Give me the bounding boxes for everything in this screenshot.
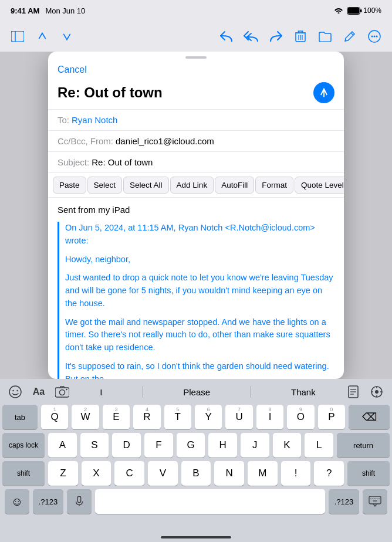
key-u[interactable]: 7U [225,405,252,429]
keyboard-aa-button[interactable]: Aa [29,382,48,401]
key-r[interactable]: 4R [133,405,160,429]
return-key[interactable]: return [337,433,390,458]
home-indicator [161,536,231,538]
tab-key[interactable]: tab [2,405,38,429]
key-z[interactable]: Z [48,461,78,486]
autocomplete-bar: I Please Thank [76,385,339,399]
keyboard-row-1: tab 1Q 2W 3E 4R 5T 6Y 7U 8I 9O 0P ⌫ [2,405,390,429]
key-o[interactable]: 9O [287,405,314,429]
key-v[interactable]: V [148,461,178,486]
next-message-button[interactable] [58,27,76,46]
caps-lock-key[interactable]: caps lock [2,433,45,458]
format-toolbar: Paste Select Select All Add Link AutoFil… [48,173,344,198]
key-c[interactable]: C [114,461,144,486]
microphone-button[interactable] [67,489,92,514]
compose-button[interactable] [340,27,359,46]
key-h[interactable]: H [208,433,237,458]
more-button[interactable] [365,27,384,46]
subject-label: Subject: [58,157,89,167]
key-a[interactable]: A [48,433,77,458]
autocomplete-please[interactable]: Please [176,385,217,399]
quoted-paragraph-1: Howdy, neighbor, [65,253,334,266]
quoted-paragraph-2: Just wanted to drop a quick note to let … [65,272,334,310]
space-key[interactable] [95,489,325,514]
key-b[interactable]: B [181,461,211,486]
subject-value: Re: Out of town [92,157,153,167]
delete-key[interactable]: ⌫ [349,405,390,429]
keyboard-keys: tab 1Q 2W 3E 4R 5T 6Y 7U 8I 9O 0P ⌫ caps… [0,405,392,514]
status-time: 9:41 AM [11,6,39,15]
hide-keyboard-button[interactable] [363,489,387,514]
key-t[interactable]: 5T [164,405,191,429]
shift-right-key[interactable]: shift [347,461,390,486]
key-y[interactable]: 6Y [195,405,222,429]
key-j[interactable]: J [241,433,269,458]
key-e[interactable]: 3E [103,405,130,429]
keyboard-settings-icon[interactable] [367,382,386,401]
to-field[interactable]: To: Ryan Notch [48,110,344,131]
numpad-right-button[interactable]: .?123 [329,489,359,514]
status-bar: 9:41 AM Mon Jun 10 100% [0,0,392,21]
select-button[interactable]: Select [87,177,123,194]
keyboard-row-3: shift Z X C V B N M ! ? shift [2,461,390,486]
key-i[interactable]: 8I [256,405,283,429]
svg-point-19 [9,386,21,398]
svg-point-15 [371,36,373,38]
cc-value: daniel_rico1@icloud.com [116,136,214,146]
reply-button[interactable] [217,27,236,46]
cc-label: Cc/Bcc, From: [58,136,113,146]
send-button[interactable] [313,82,334,103]
keyboard-camera-button[interactable] [53,382,72,401]
compose-body[interactable]: Sent from my iPad On Jun 5, 2024, at 11:… [48,198,344,379]
paste-button[interactable]: Paste [53,177,86,194]
keyboard-row-4: ☺ .?123 .?123 [2,489,390,514]
key-x[interactable]: X [82,461,111,486]
svg-point-24 [66,389,67,390]
autocomplete-i[interactable]: I [93,385,109,399]
add-link-button[interactable]: Add Link [170,177,214,194]
cc-field[interactable]: Cc/Bcc, From: daniel_rico1@icloud.com [48,131,344,152]
autocomplete-thank[interactable]: Thank [284,385,323,399]
key-k[interactable]: K [273,433,302,458]
key-m[interactable]: M [248,461,278,486]
key-s[interactable]: S [80,433,109,458]
keyboard-doc-icon[interactable] [344,382,363,401]
quoted-paragraph-3: We got the mail and newspaper stopped. A… [65,316,334,354]
reply-all-button[interactable] [242,27,261,46]
key-g[interactable]: G [177,433,205,458]
format-button[interactable]: Format [255,177,293,194]
key-l[interactable]: L [305,433,333,458]
select-all-button[interactable]: Select All [123,177,169,194]
key-p[interactable]: 0P [318,405,345,429]
keyboard-row-2: caps lock A S D F G H J K L return [2,433,390,458]
compose-subject-title: Re: Out of town [58,84,313,101]
key-w[interactable]: 2W [72,405,99,429]
keyboard-emoji-icon[interactable] [6,382,25,401]
svg-point-21 [16,390,18,391]
keyboard-top-bar: Aa I Please Thank [0,379,392,405]
key-n[interactable]: N [214,461,244,486]
emoji-button[interactable]: ☺ [5,489,29,514]
move-button[interactable] [316,27,334,46]
key-question[interactable]: ? [314,461,344,486]
sidebar-toggle[interactable] [8,27,27,46]
previous-message-button[interactable] [33,27,52,46]
quote-level-button[interactable]: Quote Level [295,177,344,194]
cancel-button[interactable]: Cancel [58,65,87,75]
key-f[interactable]: F [144,433,173,458]
svg-rect-1 [348,8,360,13]
to-label: To: [58,115,69,125]
key-exclaim[interactable]: ! [281,461,311,486]
drag-handle [185,56,207,59]
numpad-left-button[interactable]: .?123 [33,489,63,514]
compose-sheet: Cancel Re: Out of town To: Ryan Notch Cc… [48,52,344,379]
delete-button[interactable] [291,27,310,46]
wifi-icon [334,6,343,15]
key-q[interactable]: 1Q [41,405,68,429]
autofill-button[interactable]: AutoFill [215,177,254,194]
battery-percent: 100% [363,6,381,15]
shift-left-key[interactable]: shift [2,461,45,486]
subject-field[interactable]: Subject: Re: Out of town [48,152,344,173]
key-d[interactable]: D [112,433,141,458]
forward-button[interactable] [266,27,285,46]
